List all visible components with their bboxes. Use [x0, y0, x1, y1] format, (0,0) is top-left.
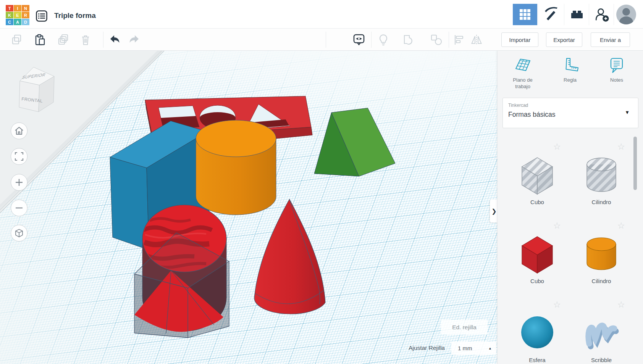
delete-button[interactable] [79, 33, 92, 47]
header: T I N K E R C A D Triple forma [0, 0, 643, 29]
zoom-out-icon [14, 203, 24, 213]
tinkercad-logo[interactable]: T I N K E R C A D [6, 5, 29, 25]
export-button[interactable]: Exportar [546, 32, 582, 47]
snap-grid-value: 1 mm [458, 345, 472, 351]
notes-icon [608, 57, 625, 74]
tool-label: Regla [554, 77, 586, 84]
chevron-right-icon: ❯ [491, 208, 496, 215]
shape-label: Esfera [507, 357, 567, 363]
zoom-out-button[interactable] [11, 200, 27, 216]
ruler-tool-button[interactable]: Regla [549, 57, 591, 84]
shape-tile-red-cube[interactable]: ☆ Cubo [507, 221, 567, 295]
pickaxe-icon [543, 6, 560, 23]
shape-tile-scribble[interactable]: ☆ Scribble [572, 300, 631, 364]
fit-view-button[interactable] [11, 148, 27, 165]
group-button[interactable] [402, 33, 415, 47]
light-button[interactable] [376, 33, 390, 47]
ruler-icon [561, 57, 579, 74]
add-person-button[interactable] [591, 4, 613, 25]
chevron-down-icon: ▼ [625, 110, 630, 115]
shape-label: Cilindro [572, 278, 631, 284]
red-cylinder-hole-box-shape[interactable] [134, 205, 229, 338]
star-icon[interactable]: ☆ [553, 142, 561, 152]
logo-letter: E [14, 12, 21, 18]
star-icon[interactable]: ☆ [553, 300, 561, 310]
tool-label: Notes [601, 77, 633, 84]
toolbar-separator [449, 32, 449, 48]
zoom-in-button[interactable] [11, 174, 27, 191]
tinkercad-app: T I N K E R C A D Triple forma [0, 0, 643, 364]
edit-grid-button[interactable]: Ed. rejilla [441, 320, 488, 335]
undo-button[interactable] [108, 33, 121, 47]
scene-3d: SUPERIOR FRONTAL [0, 51, 498, 364]
shape-label: Cubo [507, 199, 567, 205]
tool-label: Plano de trabajo [507, 77, 539, 90]
page-title: Triple forma [54, 11, 96, 20]
snap-grid-label: Ajustar Rejilla [384, 343, 445, 353]
fit-view-icon [14, 151, 24, 161]
lego-brick-icon [569, 7, 585, 22]
red-teardrop-cone-shape[interactable] [254, 199, 325, 314]
shape-label: Cubo [507, 278, 567, 284]
header-separator [589, 4, 589, 25]
shape-tile-orange-cylinder[interactable]: ☆ Cilindro [572, 221, 631, 295]
header-separator [614, 4, 614, 25]
toolbar: Importar Exportar Enviar a [0, 29, 643, 51]
workplane-tool-button[interactable]: Plano de trabajo [501, 57, 544, 90]
show-all-button[interactable] [352, 33, 366, 47]
import-button[interactable]: Importar [501, 32, 538, 47]
align-button[interactable] [452, 33, 466, 47]
logo-letter: T [6, 5, 13, 11]
shape-tile-hole-cylinder[interactable]: ☆ Cilindro [572, 142, 631, 216]
green-wedge-shape[interactable] [314, 108, 395, 176]
toolbar-separator [371, 32, 372, 48]
home-view-button[interactable] [11, 122, 27, 139]
project-menu-icon[interactable] [35, 10, 48, 23]
shape-tile-hole-cube[interactable]: ☆ Cubo [507, 142, 567, 216]
perspective-cube-icon [14, 228, 24, 238]
star-icon[interactable]: ☆ [617, 300, 625, 310]
duplicate-button[interactable] [56, 33, 70, 47]
avatar[interactable] [615, 4, 638, 25]
logo-letter: N [22, 5, 29, 11]
mirror-button[interactable] [470, 33, 483, 47]
logo-letter: I [14, 5, 21, 11]
toolbar-separator [326, 32, 326, 48]
orange-cylinder-shape[interactable] [196, 120, 276, 215]
logo-letter: D [22, 19, 29, 25]
redo-button[interactable] [128, 33, 141, 47]
star-icon[interactable]: ☆ [617, 142, 625, 152]
logo-letter: R [22, 12, 29, 18]
zoom-in-icon [14, 177, 24, 187]
send-to-button[interactable]: Enviar a [591, 32, 630, 47]
library-selected-value: Formas básicas [508, 111, 556, 119]
caret-up-icon: ▲ [488, 346, 492, 350]
logo-letter: C [6, 19, 13, 25]
panel-scrollbar[interactable] [633, 137, 637, 190]
perspective-toggle-button[interactable] [11, 225, 27, 242]
shape-tile-sphere[interactable]: ☆ Esfera [507, 300, 567, 364]
view-cube[interactable]: SUPERIOR FRONTAL [19, 67, 54, 112]
copy-button[interactable] [10, 33, 24, 47]
ungroup-button[interactable] [429, 33, 443, 47]
add-person-icon [594, 6, 610, 23]
header-separator [564, 4, 564, 25]
star-icon[interactable]: ☆ [553, 221, 561, 231]
grid-icon [518, 8, 532, 21]
minecraft-export-button[interactable] [539, 4, 564, 25]
toolbar-separator [103, 32, 103, 48]
notes-tool-button[interactable]: Notes [595, 57, 638, 84]
paste-button[interactable] [33, 33, 47, 47]
shape-library-dropdown[interactable]: Tinkercad Formas básicas ▼ [502, 98, 638, 128]
workplane-icon [514, 57, 532, 74]
header-separator [538, 4, 538, 25]
lego-export-button[interactable] [565, 4, 588, 25]
home-icon [14, 126, 24, 136]
logo-letter: A [14, 19, 21, 25]
snap-grid-select[interactable]: 1 mm ▲ [451, 341, 496, 355]
viewport: SUPERIOR FRONTAL [0, 51, 498, 364]
library-brand: Tinkercad [508, 103, 528, 108]
star-icon[interactable]: ☆ [617, 221, 625, 231]
dashboard-button[interactable] [513, 4, 537, 25]
shape-label: Cilindro [572, 199, 631, 205]
